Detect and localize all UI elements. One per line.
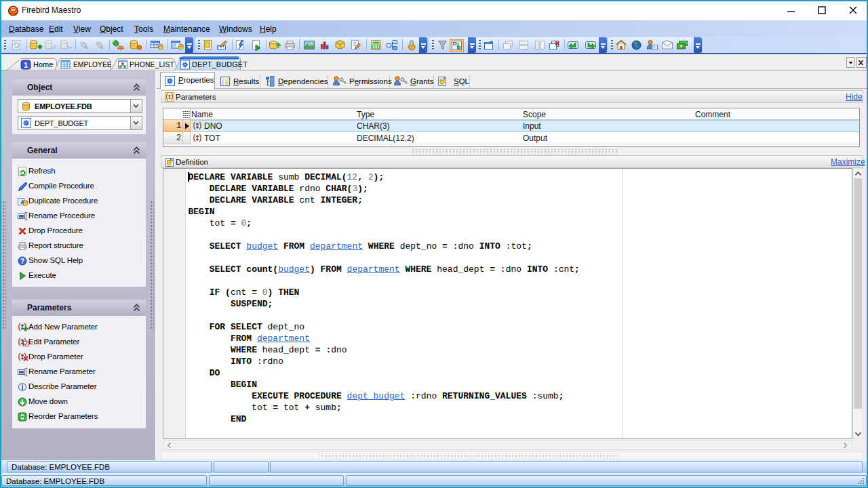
svg-text:DEPT_BUDGET: DEPT_BUDGET <box>192 60 248 68</box>
svg-text:?: ? <box>20 257 24 264</box>
svg-text:EMPLOYEE: EMPLOYEE <box>73 61 112 68</box>
svg-text:Home: Home <box>33 60 53 68</box>
svg-text:1: 1 <box>24 61 28 69</box>
svg-text:PHONE_LIST: PHONE_LIST <box>130 61 175 68</box>
